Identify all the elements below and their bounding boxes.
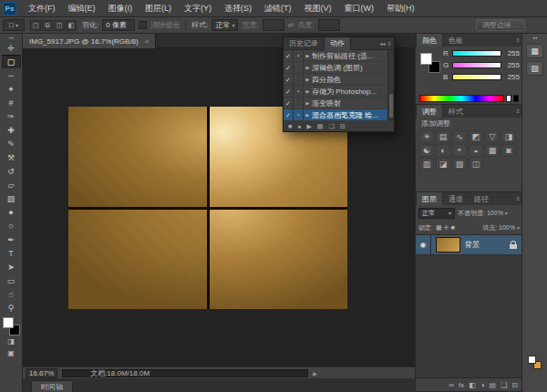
menubar-item[interactable]: 窗口(W) <box>338 0 381 17</box>
mini-foreground-swatch[interactable] <box>528 356 536 364</box>
action-row[interactable]: ✓▪▶存储为 Photoshop... <box>284 86 387 98</box>
action-dialog-toggle-icon[interactable]: ▪ <box>294 86 304 97</box>
tab-swatches[interactable]: 色板 <box>443 34 469 46</box>
tab-history[interactable]: 历史记录 <box>284 37 324 50</box>
pen-tool[interactable]: ✒ <box>2 232 21 246</box>
action-row[interactable]: ✓▪▶制作剪贴路径 (选... <box>284 50 387 62</box>
zoom-level-input[interactable]: 16.67% <box>26 368 57 378</box>
invert-icon[interactable]: ◙ <box>501 144 516 157</box>
dock-collapse-icon[interactable]: ◂◂ <box>532 34 537 42</box>
rectangular-marquee-tool[interactable]: ▢ <box>2 55 21 68</box>
selective-color-icon[interactable]: ◫ <box>469 158 483 170</box>
action-row[interactable]: ✓▶渐变映射 <box>284 98 387 109</box>
menubar-item[interactable]: 编辑(E) <box>62 0 102 17</box>
toolbar-collapse-icon[interactable]: ◂◂ <box>8 34 13 41</box>
menubar-item[interactable]: 滤镜(T) <box>258 0 298 17</box>
layer-group-icon[interactable]: ▤ <box>490 381 497 389</box>
menubar-item[interactable]: 选择(S) <box>218 0 258 17</box>
layer-visibility-icon[interactable]: ◉ <box>416 235 431 254</box>
black-swatch[interactable] <box>513 95 519 102</box>
color-lookup-icon[interactable]: ▦ <box>485 144 500 157</box>
adjustment-layer-icon[interactable]: ◑ <box>480 381 485 389</box>
tab-adjustments[interactable]: 调整 <box>416 105 443 118</box>
type-tool[interactable]: T <box>2 246 21 260</box>
antialias-checkbox[interactable] <box>139 21 147 29</box>
tab-actions[interactable]: 动作 <box>324 37 351 50</box>
collapsed-swatches-panel-icon[interactable]: ▦ <box>526 44 543 58</box>
action-expand-icon[interactable]: ▶ <box>304 112 312 118</box>
action-expand-icon[interactable]: ▶ <box>304 53 312 58</box>
levels-icon[interactable]: ▤ <box>436 130 450 143</box>
play-icon[interactable]: ▶ <box>306 120 311 132</box>
collapsed-color-panel-icon[interactable]: ▧ <box>526 61 543 76</box>
record-icon[interactable]: ● <box>297 120 301 132</box>
mini-color-swatches[interactable] <box>528 356 542 369</box>
posterize-icon[interactable]: ▥ <box>419 158 434 170</box>
lock-transparency-icon[interactable]: ▦ <box>436 224 442 232</box>
action-row[interactable]: ✓▶四分颜色 <box>284 74 387 86</box>
slider-track[interactable] <box>452 50 501 57</box>
tab-styles[interactable]: 样式 <box>443 105 469 118</box>
action-check-icon[interactable]: ✓ <box>284 109 294 120</box>
style-dropdown[interactable]: 正常 ▾ <box>212 19 238 31</box>
tab-timeline[interactable]: 时间轴 <box>31 380 73 392</box>
action-check-icon[interactable]: ✓ <box>284 74 294 85</box>
menubar-item[interactable]: 视图(V) <box>298 0 338 17</box>
quick-mask-icon[interactable]: ◨ <box>2 335 21 347</box>
eyedropper-tool[interactable]: ✑ <box>2 109 21 123</box>
layer-thumbnail[interactable] <box>436 237 460 253</box>
panel-menu-icon[interactable]: ≡ <box>387 41 391 46</box>
path-selection-tool[interactable]: ➤ <box>2 260 21 273</box>
layer-effects-icon[interactable]: fx <box>459 381 464 389</box>
color-spectrum-ramp[interactable] <box>419 95 504 102</box>
document-tab[interactable]: IMG_5917.JPG @ 16.7%(RGB/8) × <box>23 34 156 48</box>
quick-selection-tool[interactable]: ✦ <box>2 82 21 96</box>
delete-layer-icon[interactable]: ⊟ <box>511 381 518 389</box>
action-dialog-toggle-icon[interactable]: ▪ <box>294 109 304 120</box>
photo-filter-icon[interactable]: ◓ <box>452 144 467 157</box>
slider-track[interactable] <box>452 62 501 68</box>
foreground-background-swatches[interactable] <box>3 317 20 335</box>
action-dialog-toggle-icon[interactable] <box>294 74 304 85</box>
lock-all-icon[interactable]: ■ <box>450 224 454 232</box>
curves-icon[interactable]: ∿ <box>452 130 467 143</box>
blend-mode-dropdown[interactable]: 正常 ▾ <box>418 208 455 219</box>
action-check-icon[interactable]: ✓ <box>284 98 294 108</box>
menubar-item[interactable]: 文件(F) <box>22 0 62 17</box>
close-icon[interactable]: × <box>145 37 150 46</box>
link-layers-icon[interactable]: ∞ <box>449 381 454 389</box>
tab-channels[interactable]: 通道 <box>443 192 469 205</box>
dodge-tool[interactable]: ○ <box>2 219 21 232</box>
opacity-control[interactable]: 不透明度: 100% ▾ <box>458 209 508 218</box>
gradient-tool[interactable]: ▨ <box>2 191 21 205</box>
actions-scrollbar[interactable] <box>387 50 394 119</box>
action-expand-icon[interactable]: ▶ <box>304 100 312 106</box>
new-layer-icon[interactable]: ❏ <box>501 381 507 389</box>
action-check-icon[interactable]: ✓ <box>284 50 294 61</box>
panel-collapse-icon[interactable]: ◂◂ <box>379 40 385 46</box>
intersect-selection-icon[interactable]: ◧ <box>66 20 77 31</box>
healing-brush-tool[interactable]: ✚ <box>2 123 21 137</box>
layer-mask-icon[interactable]: ◧ <box>469 381 476 389</box>
vibrance-icon[interactable]: ▽ <box>485 130 500 143</box>
black-white-icon[interactable]: ◐ <box>436 144 450 157</box>
shape-tool[interactable]: ▭ <box>2 273 21 287</box>
action-check-icon[interactable]: ✓ <box>284 86 294 97</box>
action-expand-icon[interactable]: ▶ <box>304 65 312 70</box>
zoom-tool[interactable]: ⚲ <box>2 301 21 315</box>
menubar-item[interactable]: 帮助(H) <box>380 0 421 17</box>
eraser-tool[interactable]: ▱ <box>2 178 21 191</box>
crop-tool[interactable]: # <box>2 96 21 109</box>
width-input[interactable] <box>263 19 284 31</box>
action-expand-icon[interactable]: ▶ <box>304 88 312 94</box>
channel-mixer-icon[interactable]: ◒ <box>469 144 483 157</box>
menubar-item[interactable]: 文字(Y) <box>178 0 218 17</box>
action-expand-icon[interactable]: ▶ <box>304 77 312 82</box>
foreground-color-swatch[interactable] <box>3 317 14 328</box>
panel-menu-icon[interactable]: ≡ <box>516 196 520 201</box>
menubar-item[interactable]: 图像(I) <box>102 0 139 17</box>
color-balance-icon[interactable]: ☯ <box>419 144 434 157</box>
tool-preset-picker[interactable]: □ ▾ <box>3 19 25 31</box>
new-set-icon[interactable]: ▤ <box>317 120 324 132</box>
white-swatch[interactable] <box>506 95 511 102</box>
